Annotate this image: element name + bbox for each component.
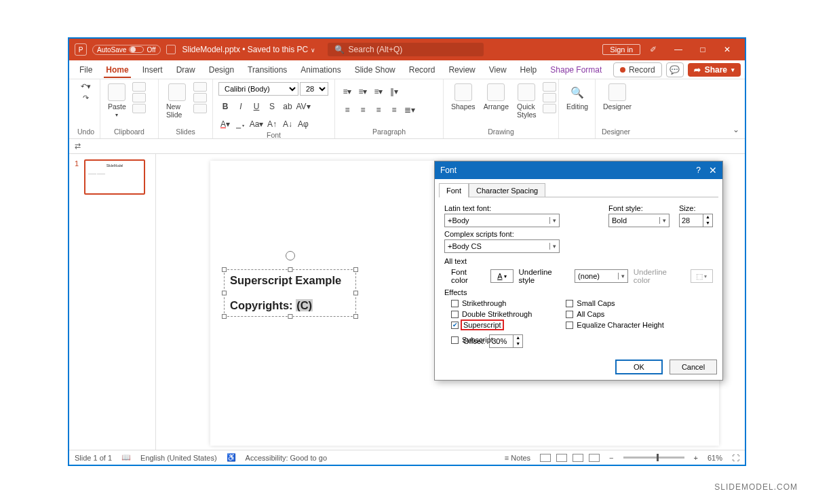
copy-icon[interactable] [132,93,146,102]
double-strike-checkbox[interactable]: Double Strikethrough [451,310,532,318]
resize-handle[interactable] [222,291,227,296]
shape-effects-icon[interactable] [543,104,556,113]
justify-button[interactable]: ≡ [387,103,401,117]
tab-design[interactable]: Design [203,62,240,77]
cancel-button[interactable]: Cancel [670,360,717,374]
save-icon[interactable] [166,45,176,54]
ok-button[interactable]: OK [615,360,663,374]
tab-view[interactable]: View [483,62,513,77]
paste-button[interactable]: Paste▾ [106,82,128,119]
tab-help[interactable]: Help [514,62,543,77]
dialog-tab-font[interactable]: Font [439,183,469,197]
line-spacing-button[interactable]: ‖▾ [387,85,401,98]
comments-button[interactable]: 💬 [666,62,684,77]
zoom-out-button[interactable]: − [609,454,613,462]
close-icon[interactable]: ✕ [709,165,717,176]
accessibility-icon[interactable]: ♿ [227,453,236,462]
font-name-select[interactable]: Calibri (Body) [218,82,298,96]
spell-icon[interactable]: 📖 [121,453,131,462]
tab-home[interactable]: Home [100,62,134,77]
dialog-tab-spacing[interactable]: Character Spacing [469,183,545,197]
resize-handle[interactable] [222,314,227,319]
numbering-button[interactable]: ≡▾ [356,85,370,98]
resize-handle[interactable] [288,267,292,272]
equalize-checkbox[interactable]: Equalize Character Height [566,321,663,329]
coming-soon-icon[interactable]: ✐ [650,45,657,54]
redo-icon[interactable]: ↷ [83,94,89,102]
accessibility-status[interactable]: Accessibility: Good to go [246,454,327,462]
help-icon[interactable]: ? [696,166,701,175]
reset-icon[interactable] [193,93,207,102]
clear-format-button[interactable]: Aφ [296,117,310,131]
italic-button[interactable]: I [234,100,248,113]
editing-button[interactable]: 🔍Editing [564,82,590,112]
close-button[interactable]: ✕ [715,39,739,60]
latin-font-combo[interactable]: +Body▾ [444,214,560,227]
list-level-button[interactable]: ≡▾ [372,85,385,98]
grow-font-button[interactable]: A↑ [265,117,279,131]
section-icon[interactable] [193,104,207,113]
new-slide-button[interactable]: New Slide [164,82,189,120]
zoom-level[interactable]: 61% [708,454,722,462]
slideshow-view-icon[interactable] [589,454,600,462]
quick-styles-button[interactable]: Quick Styles [515,82,539,120]
dialog-titlebar[interactable]: Font ? ✕ [435,161,722,179]
complex-font-combo[interactable]: +Body CS▾ [444,239,560,253]
signin-button[interactable]: Sign in [602,44,640,55]
resize-handle[interactable] [353,314,358,319]
shrink-font-button[interactable]: A↓ [281,117,294,131]
tab-file[interactable]: File [73,62,98,77]
resize-handle[interactable] [353,291,358,296]
designer-button[interactable]: Designer [601,82,634,112]
undo-icon[interactable]: ↶▾ [81,82,91,91]
subscript-checkbox[interactable]: Subscript [451,336,532,344]
selected-textbox[interactable]: Superscript Example Copyrights: (C) [224,269,356,317]
size-spinner[interactable]: ▲▼ [679,214,713,227]
shadow-button[interactable]: ab [281,100,294,113]
resize-handle[interactable] [222,267,227,272]
spacing-button[interactable]: AV▾ [296,100,310,113]
tab-transitions[interactable]: Transitions [241,62,293,77]
layout-icon[interactable] [193,82,207,92]
tab-animations[interactable]: Animations [294,62,347,77]
bold-button[interactable]: B [218,100,232,113]
change-case-button[interactable]: Aa▾ [250,117,263,131]
tab-shape-format[interactable]: Shape Format [544,62,608,77]
shape-outline-icon[interactable] [543,93,556,102]
columns-button[interactable]: ≣▾ [403,103,416,117]
superscript-checkbox[interactable]: ✔Superscript [451,321,532,329]
bullets-button[interactable]: ≡▾ [341,85,354,98]
underline-style-combo[interactable]: (none)▾ [575,269,628,283]
align-right-button[interactable]: ≡ [372,103,385,117]
format-painter-icon[interactable] [132,104,146,113]
arrange-button[interactable]: Arrange [482,82,511,112]
font-size-select[interactable]: 28 [300,82,328,96]
align-center-button[interactable]: ≡ [356,103,370,117]
maximize-button[interactable]: □ [691,39,715,60]
font-color-button[interactable]: A▾ [218,117,232,131]
minimize-button[interactable]: ― [666,39,691,60]
cut-icon[interactable] [132,82,146,92]
zoom-slider[interactable] [623,457,684,459]
slide-canvas[interactable]: Superscript Example Copyrights: (C) Font… [156,154,745,450]
reading-view-icon[interactable] [573,454,583,462]
tab-record[interactable]: Record [403,62,442,77]
tab-review[interactable]: Review [442,62,481,77]
sorter-view-icon[interactable] [556,454,567,462]
all-caps-checkbox[interactable]: All Caps [566,310,663,318]
fit-window-icon[interactable]: ⛶ [732,454,739,462]
qat-customize-icon[interactable]: ⇄ [75,142,81,151]
language-status[interactable]: English (United States) [140,454,217,462]
normal-view-icon[interactable] [540,454,551,462]
small-caps-checkbox[interactable]: Small Caps [566,299,663,307]
underline-button[interactable]: U [250,100,263,113]
font-style-combo[interactable]: Bold▾ [608,214,670,227]
thumbnail-pane[interactable]: 1 SlideModel ——— ——— [69,154,156,450]
rotate-handle-icon[interactable] [286,251,295,260]
record-button[interactable]: Record [613,62,662,77]
font-color-button[interactable]: A▾ [490,269,513,283]
search-input[interactable]: 🔍 Search (Alt+Q) [328,43,484,56]
resize-handle[interactable] [288,314,292,319]
collapse-ribbon-icon[interactable]: ⌄ [733,125,739,134]
strike-button[interactable]: S [265,100,279,113]
